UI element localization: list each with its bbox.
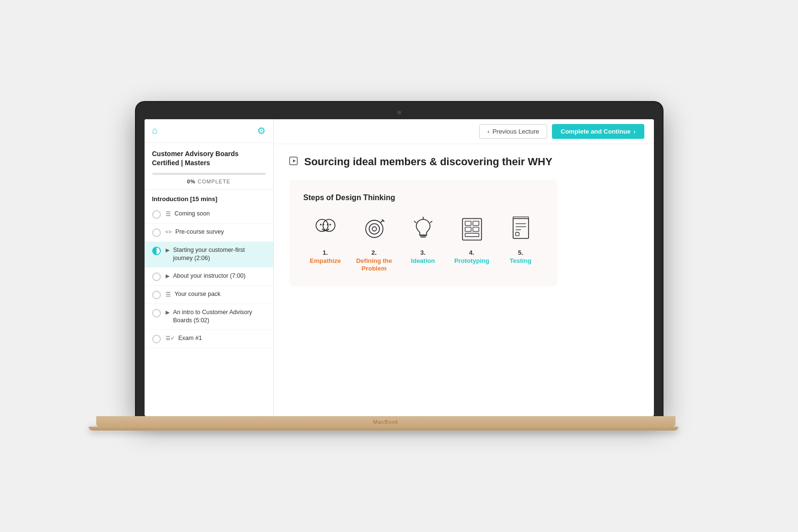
steps-row: 1. Empathize: [303, 214, 543, 273]
main-content: ‹ Previous Lecture Complete and Continue…: [274, 119, 654, 416]
step-3-number: 3.: [420, 249, 426, 256]
item-row-6: ▶ An intro to Customer Advisory Boards (…: [166, 308, 266, 325]
step-5-label: Testing: [510, 257, 531, 265]
svg-point-8: [366, 220, 383, 238]
item-circle-5: [152, 291, 161, 299]
item-text-5: Your course pack: [175, 290, 221, 299]
sidebar-header: ⌂ ⚙: [145, 119, 273, 143]
progress-percent: 0%: [187, 179, 196, 184]
item-row-3: ▶ Starting your customer-first journey (…: [166, 246, 266, 263]
item-row-2: <> Pre-course survey: [166, 228, 224, 237]
home-icon[interactable]: ⌂: [152, 125, 158, 136]
step-5-number: 5.: [518, 249, 523, 256]
item-circle-7: [152, 335, 161, 343]
step-4-number: 4.: [469, 249, 474, 256]
step-item-5: 5. Testing: [499, 214, 543, 265]
progress-label: 0% COMPLETE: [152, 179, 266, 184]
svg-point-4: [320, 224, 322, 226]
section-header: Introduction [15 mins]: [145, 190, 273, 205]
step-item-3: 3. Ideation: [401, 214, 445, 265]
item-row-7: ☰✓ Exam #1: [166, 334, 202, 343]
svg-line-11: [380, 220, 382, 223]
dt-section-title: Steps of Design Thinking: [303, 193, 543, 202]
svg-line-17: [430, 221, 432, 223]
empathize-icon-container: [310, 214, 341, 244]
step-item-2: 2. Defining the Problem: [352, 214, 396, 273]
video-icon-4: ▶: [166, 273, 169, 279]
laptop-base: [96, 416, 675, 427]
item-text-6: An intro to Customer Advisory Boards (5:…: [173, 308, 266, 325]
lines-icon-5: ☰: [166, 291, 171, 298]
svg-rect-28: [516, 232, 519, 236]
curriculum-item-1[interactable]: ☰ Coming soon: [145, 205, 273, 224]
step-3-label: Ideation: [411, 257, 435, 265]
svg-point-7: [329, 224, 331, 226]
prev-arrow-icon: ‹: [487, 128, 489, 135]
progress-bar-container: [152, 173, 266, 175]
step-2-label: Defining the Problem: [352, 257, 396, 273]
svg-point-9: [369, 224, 380, 234]
defining-icon-container: [359, 214, 390, 244]
lines-icon-1: ☰: [166, 211, 171, 217]
progress-complete-text: COMPLETE: [198, 179, 231, 184]
svg-rect-22: [472, 227, 479, 231]
video-icon-3: ▶: [166, 247, 169, 253]
top-bar: ‹ Previous Lecture Complete and Continue…: [274, 119, 654, 144]
lecture-title-text: Sourcing ideal members & discovering the…: [304, 156, 552, 168]
item-text-2: Pre-course survey: [175, 228, 224, 237]
exam-icon-7: ☰✓: [166, 335, 175, 341]
step-1-number: 1.: [323, 249, 328, 256]
step-2-number: 2.: [371, 249, 377, 256]
item-row-5: ☰ Your course pack: [166, 290, 221, 299]
svg-rect-21: [465, 227, 471, 231]
app-layout: ⌂ ⚙ Customer Advisory Boards Certified |…: [145, 119, 654, 416]
curriculum-item-2[interactable]: <> Pre-course survey: [145, 224, 273, 242]
code-icon-2: <>: [166, 229, 172, 235]
svg-point-5: [322, 224, 324, 226]
complete-button-label: Complete and Continue: [561, 128, 630, 135]
item-text-3: Starting your customer-first journey (2:…: [173, 246, 266, 263]
laptop-camera: [397, 111, 401, 114]
step-item-4: 4. Prototyping: [450, 214, 494, 265]
curriculum-item-6[interactable]: ▶ An intro to Customer Advisory Boards (…: [145, 304, 273, 330]
laptop-bezel: ⌂ ⚙ Customer Advisory Boards Certified |…: [136, 102, 663, 416]
video-icon-6: ▶: [166, 309, 169, 316]
previous-lecture-button[interactable]: ‹ Previous Lecture: [479, 124, 547, 139]
ideation-icon-container: [408, 214, 438, 244]
course-info: Customer Advisory Boards Certified | Mas…: [145, 143, 273, 190]
curriculum-item-4[interactable]: ▶ About your instructor (7:00): [145, 268, 273, 286]
step-item-1: 1. Empathize: [303, 214, 348, 265]
curriculum-item-3[interactable]: ▶ Starting your customer-first journey (…: [145, 242, 273, 268]
item-row-4: ▶ About your instructor (7:00): [166, 272, 246, 281]
sidebar: ⌂ ⚙ Customer Advisory Boards Certified |…: [145, 119, 274, 416]
course-title: Customer Advisory Boards Certified | Mas…: [152, 149, 266, 168]
svg-line-16: [414, 221, 416, 223]
settings-icon[interactable]: ⚙: [257, 125, 266, 136]
content-body: Sourcing ideal members & discovering the…: [274, 144, 654, 416]
svg-marker-1: [293, 159, 296, 162]
svg-point-10: [372, 226, 376, 231]
curriculum-item-7[interactable]: ☰✓ Exam #1: [145, 330, 273, 348]
lecture-video-icon: [289, 156, 300, 169]
item-circle-4: [152, 272, 161, 281]
item-circle-6: [152, 309, 161, 317]
svg-rect-23: [465, 233, 479, 237]
laptop-wrapper: ⌂ ⚙ Customer Advisory Boards Certified |…: [136, 102, 663, 430]
laptop-screen: ⌂ ⚙ Customer Advisory Boards Certified |…: [145, 119, 654, 416]
item-text-7: Exam #1: [179, 334, 202, 343]
svg-point-2: [316, 219, 328, 231]
item-row-1: ☰ Coming soon: [166, 210, 210, 218]
complete-continue-button[interactable]: Complete and Continue ›: [552, 124, 644, 139]
item-text-1: Coming soon: [175, 210, 210, 218]
svg-rect-19: [465, 221, 471, 225]
prev-button-label: Previous Lecture: [493, 128, 539, 135]
next-arrow-icon: ›: [633, 128, 635, 135]
curriculum-item-5[interactable]: ☰ Your course pack: [145, 286, 273, 304]
svg-point-6: [326, 224, 328, 226]
testing-icon-container: [506, 214, 536, 244]
laptop-foot: [89, 427, 678, 430]
svg-rect-20: [472, 221, 479, 225]
prototyping-icon-container: [457, 214, 487, 244]
curriculum-list: ☰ Coming soon <> Pre-course survey: [145, 205, 273, 416]
item-text-4: About your instructor (7:00): [173, 272, 246, 281]
